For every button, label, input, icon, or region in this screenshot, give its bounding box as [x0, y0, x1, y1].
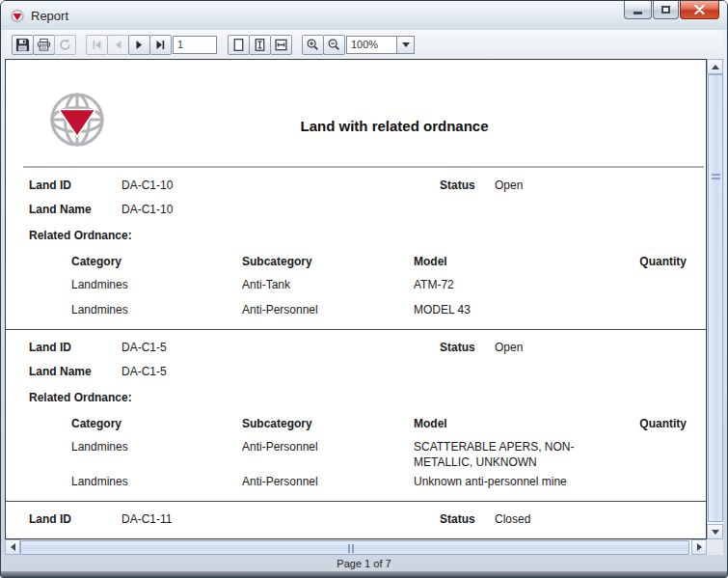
print-icon [37, 38, 51, 52]
maximize-icon [661, 6, 670, 14]
zoom-out-icon [327, 38, 341, 52]
vertical-scroll-track[interactable] [707, 74, 723, 524]
zoom-level-dropdown-button[interactable] [396, 36, 415, 54]
scroll-up-button[interactable] [707, 59, 723, 74]
minimize-icon [634, 12, 642, 14]
related-ordnance-block: Related Ordnance: Category Subcategory M… [6, 221, 706, 323]
land-id-label: Land ID [29, 341, 121, 354]
titlebar: Report [1, 1, 727, 30]
report-window: Report [0, 0, 728, 578]
ordnance-rows: Landmines Anti-Personnel SCATTERABLE APE… [6, 435, 706, 495]
ordnance-rows: Landmines Anti-Tank ATM-72 Landmines Ant… [6, 273, 706, 323]
fit-page-icon [253, 38, 267, 52]
ordnance-subcategory: Anti-Personnel [242, 302, 414, 317]
column-header-subcategory: Subcategory [242, 255, 414, 268]
status-value: Closed [495, 512, 687, 526]
chevron-down-icon [402, 42, 410, 47]
land-name-row: Land Name DA-C1-11 [29, 531, 687, 539]
report-records: Land ID DA-C1-10 Status Open Land Name D… [6, 168, 706, 539]
app-logo-icon [10, 9, 25, 23]
land-id-label: Land ID [29, 512, 121, 526]
fit-page-button[interactable] [249, 35, 271, 55]
ordnance-subcategory: Anti-Tank [242, 277, 414, 292]
maximize-button[interactable] [653, 1, 679, 19]
ordnance-row: Landmines Anti-Personnel Unknown anti-pe… [71, 470, 687, 495]
ordnance-model: MODEL 43 [414, 302, 597, 317]
horizontal-scroll-thumb[interactable] [20, 540, 689, 555]
scroll-right-button[interactable] [691, 539, 707, 555]
close-button[interactable] [680, 1, 719, 19]
land-id-row: Land ID DA-C1-11 Status Closed [29, 507, 687, 531]
ordnance-category: Landmines [71, 302, 242, 317]
previous-page-button[interactable] [107, 35, 129, 55]
arrow-down-icon [712, 530, 719, 535]
report-header: Land with related ordnance [6, 60, 706, 166]
ordnance-category: Landmines [71, 439, 242, 454]
page-info: Page 1 of 7 [337, 558, 391, 569]
related-ordnance-label: Related Ordnance: [29, 221, 706, 249]
scroll-down-button[interactable] [707, 524, 723, 539]
scroll-grip [348, 544, 354, 553]
save-icon [15, 38, 30, 52]
ordnance-subcategory: Anti-Personnel [242, 474, 414, 489]
previous-page-icon [111, 38, 125, 52]
column-header-model: Model [414, 255, 597, 268]
related-ordnance-label: Related Ordnance: [29, 383, 706, 411]
toolbar [5, 30, 723, 59]
report-page: Land with related ordnance Land ID DA-C1… [6, 60, 706, 539]
status-label: Status [440, 512, 495, 526]
ordnance-header-row: Category Subcategory Model Quantity [71, 249, 687, 273]
close-icon [694, 5, 705, 14]
ordnance-model: SCATTERABLE APERS, NON-METALLIC, UNKNOWN [414, 439, 597, 470]
status-value: Open [495, 341, 687, 354]
refresh-button[interactable] [54, 35, 76, 55]
vertical-scroll-thumb[interactable] [708, 74, 723, 522]
arrow-up-icon [712, 65, 719, 69]
column-header-quantity: Quantity [597, 417, 687, 430]
ordnance-subcategory: Anti-Personnel [242, 439, 414, 454]
land-id-row: Land ID DA-C1-5 Status Open [29, 335, 687, 359]
horizontal-scrollbar[interactable] [5, 539, 707, 555]
first-page-button[interactable] [86, 35, 108, 55]
globe-logo-icon [46, 89, 108, 153]
ordnance-row: Landmines Anti-Personnel MODEL 43 [71, 298, 687, 323]
next-page-button[interactable] [128, 35, 150, 55]
land-name-label: Land Name [29, 365, 121, 378]
last-page-button[interactable] [149, 35, 172, 55]
scrollbar-corner [707, 539, 723, 555]
land-name-row: Land Name DA-C1-5 [29, 359, 687, 383]
zoom-out-button[interactable] [323, 35, 345, 55]
scroll-grip [712, 174, 720, 179]
print-button[interactable] [33, 35, 55, 55]
ordnance-header-row: Category Subcategory Model Quantity [71, 411, 687, 435]
page-number-input[interactable] [173, 36, 217, 54]
fit-width-icon [274, 38, 288, 52]
ordnance-category: Landmines [71, 474, 242, 489]
actual-size-icon [231, 38, 246, 52]
ordnance-row: Landmines Anti-Personnel SCATTERABLE APE… [71, 435, 687, 470]
vertical-scrollbar[interactable] [707, 59, 723, 539]
status-value: Open [495, 179, 687, 192]
report-viewport: Land with related ordnance Land ID DA-C1… [5, 59, 707, 539]
zoom-in-icon [306, 38, 320, 52]
save-button[interactable] [12, 35, 34, 55]
report-title: Land with related ordnance [121, 118, 667, 134]
zoom-in-button[interactable] [302, 35, 324, 55]
arrow-right-icon [697, 543, 702, 551]
column-header-quantity: Quantity [597, 255, 687, 268]
minimize-button[interactable] [624, 1, 652, 19]
land-id-value: DA-C1-5 [121, 341, 440, 354]
ordnance-category: Landmines [71, 277, 242, 292]
zoom-level-input[interactable] [346, 36, 396, 54]
scroll-left-button[interactable] [5, 539, 20, 555]
actual-size-button[interactable] [228, 35, 250, 55]
window-bottom-frame [1, 571, 727, 577]
first-page-icon [90, 38, 104, 52]
column-header-model: Model [414, 417, 597, 430]
fit-width-button[interactable] [270, 35, 292, 55]
land-id-row: Land ID DA-C1-10 Status Open [29, 173, 687, 197]
horizontal-scroll-track[interactable] [20, 539, 691, 555]
column-header-category: Category [71, 255, 242, 268]
land-name-value: DA-C1-10 [121, 203, 440, 216]
land-name-value: DA-C1-5 [121, 365, 440, 378]
